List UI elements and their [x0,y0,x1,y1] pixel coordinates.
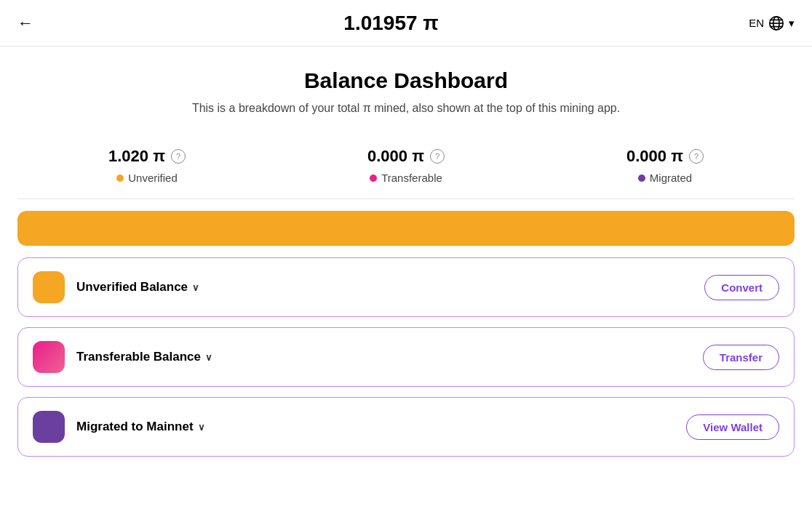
migrated-dot [638,175,645,182]
progress-bar-fill [17,211,795,246]
unverified-card-title-text: Unverified Balance [76,280,188,294]
unverified-label-text: Unverified [128,172,178,184]
transferable-card-icon [33,341,65,373]
transferable-label-text: Transferable [381,172,442,184]
dashboard-title-section: Balance Dashboard This is a breakdown of… [17,47,795,129]
dashboard-subtitle: This is a breakdown of your total π mine… [17,102,795,115]
unverified-amount: 1.020 π [108,147,165,166]
unverified-dot [116,175,124,182]
unverified-help-icon[interactable]: ? [171,149,186,164]
transferable-help-icon[interactable]: ? [430,149,445,164]
unverified-card-icon [33,271,65,303]
migrated-amount: 0.000 π [626,147,683,166]
unverified-card-title: Unverified Balance ∨ [76,280,199,294]
stat-migrated-value: 0.000 π ? [626,147,704,166]
unverified-balance-card: Unverified Balance ∨ Convert [17,257,795,317]
migrated-card-title: Migrated to Mainnet ∨ [76,420,205,434]
balance-integer: 1. [343,12,360,34]
migrated-card-icon [33,411,65,443]
migrated-card-left: Migrated to Mainnet ∨ [33,411,205,443]
lang-label: EN [749,17,764,29]
unverified-card-chevron-icon[interactable]: ∨ [192,282,199,293]
stat-transferable-value: 0.000 π ? [367,147,445,166]
migrated-label-text: Migrated [650,172,692,184]
convert-button[interactable]: Convert [704,275,779,300]
stat-unverified: 1.020 π ? Unverified [108,147,186,184]
transfer-button[interactable]: Transfer [703,345,779,370]
migrated-help-icon[interactable]: ? [689,149,704,164]
migrated-card-chevron-icon[interactable]: ∨ [198,422,205,433]
transferable-card-left: Transferable Balance ∨ [33,341,212,373]
stats-row: 1.020 π ? Unverified 0.000 π ? Transfera… [17,129,795,199]
lang-chevron-icon: ▾ [789,17,795,30]
stat-migrated: 0.000 π ? Migrated [626,147,704,184]
stat-transferable: 0.000 π ? Transferable [367,147,445,184]
header-balance-display: 1.01957 π [343,12,438,35]
unverified-card-left: Unverified Balance ∨ [33,271,199,303]
migrated-card-title-text: Migrated to Mainnet [76,420,194,434]
migrated-label: Migrated [638,172,692,184]
balance-cards: Unverified Balance ∨ Convert Transferabl… [17,257,795,457]
dashboard-title: Balance Dashboard [17,68,795,93]
language-selector[interactable]: EN ▾ [749,15,795,31]
stat-unverified-value: 1.020 π ? [108,147,186,166]
transferable-card-chevron-icon[interactable]: ∨ [205,352,212,363]
progress-bar-container [17,211,795,246]
back-button[interactable]: ← [17,14,33,33]
view-wallet-button[interactable]: View Wallet [686,414,779,440]
main-content: Balance Dashboard This is a breakdown of… [0,47,812,457]
globe-icon [768,15,784,31]
transferable-card-title: Transferable Balance ∨ [76,350,212,364]
balance-decimal: 01957 [361,12,418,34]
transferable-card-title-text: Transferable Balance [76,350,201,364]
app-header: ← 1.01957 π EN ▾ [0,0,812,47]
transferable-balance-card: Transferable Balance ∨ Transfer [17,327,795,387]
transferable-label: Transferable [370,172,442,184]
transferable-dot [370,175,377,182]
unverified-label: Unverified [116,172,178,184]
pi-symbol-header: π [423,12,438,34]
transferable-amount: 0.000 π [367,147,424,166]
migrated-balance-card: Migrated to Mainnet ∨ View Wallet [17,397,795,457]
